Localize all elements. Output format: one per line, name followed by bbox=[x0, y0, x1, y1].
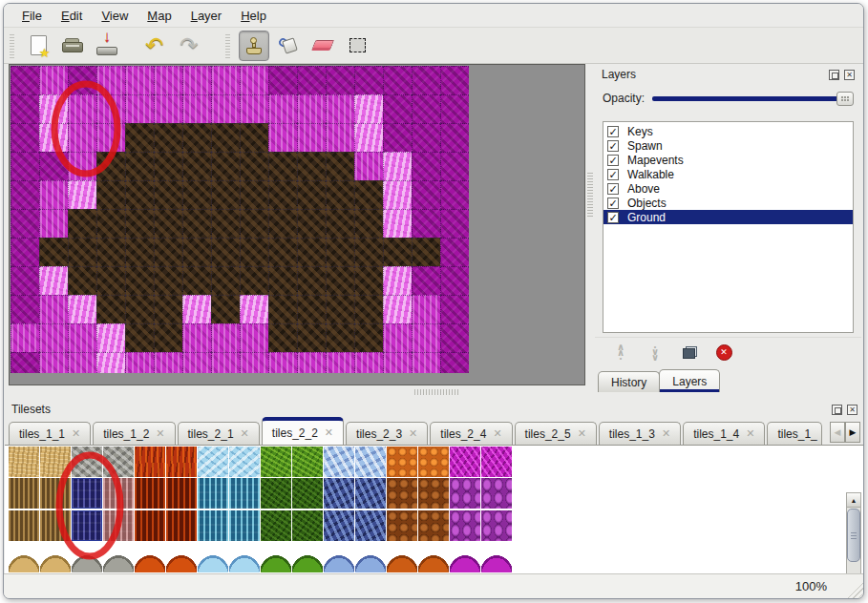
layer-row-objects[interactable]: ✓Objects bbox=[603, 196, 853, 210]
map-tile[interactable] bbox=[326, 152, 354, 180]
tileset-tile[interactable] bbox=[40, 542, 72, 573]
map-tile[interactable] bbox=[68, 66, 96, 94]
map-tile[interactable] bbox=[68, 323, 96, 352]
layer-row-spawn[interactable]: ✓Spawn bbox=[603, 138, 853, 153]
map-tile[interactable] bbox=[11, 323, 39, 352]
tileset-tab-tiles_2_2[interactable]: tiles_2_2✕ bbox=[262, 417, 344, 445]
map-tile[interactable] bbox=[268, 180, 297, 209]
map-tile[interactable] bbox=[182, 94, 211, 123]
map-tile[interactable] bbox=[297, 266, 326, 295]
tileset-tile[interactable] bbox=[229, 542, 261, 573]
map-tile[interactable] bbox=[182, 295, 211, 323]
tileset-tile[interactable] bbox=[481, 510, 513, 542]
map-tile[interactable] bbox=[68, 180, 96, 209]
tileset-tile[interactable] bbox=[481, 542, 513, 573]
map-tile[interactable] bbox=[68, 123, 96, 152]
tab-close-icon[interactable]: ✕ bbox=[662, 428, 670, 439]
map-tile[interactable] bbox=[125, 66, 154, 94]
map-tile[interactable] bbox=[154, 209, 182, 238]
map-tile[interactable] bbox=[96, 123, 125, 152]
map-tile[interactable] bbox=[11, 295, 39, 323]
map-tile[interactable] bbox=[211, 180, 240, 209]
map-tile[interactable] bbox=[182, 66, 211, 94]
map-tile[interactable] bbox=[39, 352, 68, 373]
tileset-tile[interactable] bbox=[103, 510, 135, 542]
tab-close-icon[interactable]: ✕ bbox=[325, 427, 333, 438]
map-tile[interactable] bbox=[39, 94, 68, 123]
tab-close-icon[interactable]: ✕ bbox=[578, 428, 586, 439]
map-tile[interactable] bbox=[39, 66, 68, 94]
map-tile[interactable] bbox=[383, 323, 412, 352]
map-tile[interactable] bbox=[39, 323, 68, 352]
opacity-slider-handle[interactable] bbox=[836, 92, 854, 106]
tileset-scrollbar[interactable]: ▲ ▼ bbox=[846, 492, 861, 573]
map-tile[interactable] bbox=[211, 238, 240, 266]
toolbar-grip[interactable] bbox=[10, 33, 14, 58]
map-tile[interactable] bbox=[39, 238, 68, 266]
tileset-tile[interactable] bbox=[135, 478, 166, 509]
map-tile[interactable] bbox=[182, 238, 211, 266]
tileset-tile[interactable] bbox=[40, 510, 72, 542]
layer-visibility-checkbox[interactable]: ✓ bbox=[607, 198, 619, 209]
tab-close-icon[interactable]: ✕ bbox=[746, 428, 754, 439]
map-tile[interactable] bbox=[125, 123, 154, 152]
opacity-slider[interactable] bbox=[652, 91, 854, 106]
map-tile[interactable] bbox=[96, 66, 125, 94]
map-tile[interactable] bbox=[297, 180, 326, 209]
map-tile[interactable] bbox=[182, 266, 211, 295]
tileset-tile[interactable] bbox=[135, 447, 166, 478]
tileset-tile[interactable] bbox=[292, 447, 324, 478]
map-tile[interactable] bbox=[354, 209, 383, 238]
map-tile[interactable] bbox=[440, 209, 469, 238]
layer-row-ground[interactable]: ✓Ground bbox=[603, 210, 853, 224]
tileset-tab-tiles_1[interactable]: tiles_1_ bbox=[767, 422, 822, 445]
map-tile[interactable] bbox=[383, 266, 412, 295]
map-tile[interactable] bbox=[240, 266, 268, 295]
map-tile[interactable] bbox=[68, 295, 96, 323]
tileset-tile[interactable] bbox=[418, 447, 450, 478]
map-tile[interactable] bbox=[68, 266, 96, 295]
map-tile[interactable] bbox=[182, 152, 211, 180]
map-tile[interactable] bbox=[96, 295, 125, 323]
map-tile[interactable] bbox=[297, 209, 326, 238]
close-panel-icon[interactable]: ✕ bbox=[847, 405, 857, 415]
tileset-tile[interactable] bbox=[261, 478, 292, 509]
map-tile[interactable] bbox=[96, 152, 125, 180]
map-tile[interactable] bbox=[412, 266, 440, 295]
map-tile[interactable] bbox=[326, 295, 354, 323]
tileset-tile[interactable] bbox=[450, 510, 481, 542]
map-tile[interactable] bbox=[240, 323, 268, 352]
map-tile[interactable] bbox=[182, 209, 211, 238]
layer-visibility-checkbox[interactable]: ✓ bbox=[607, 183, 619, 195]
map-tile[interactable] bbox=[268, 123, 297, 152]
lower-layer-button[interactable]: •∨∨ bbox=[645, 343, 666, 364]
close-panel-icon[interactable]: ✕ bbox=[844, 70, 855, 80]
fill-tool-button[interactable] bbox=[273, 31, 304, 61]
tileset-tile[interactable] bbox=[166, 542, 198, 573]
map-tile[interactable] bbox=[11, 209, 39, 238]
map-tile[interactable] bbox=[125, 238, 154, 266]
tileset-tile[interactable] bbox=[324, 478, 355, 509]
map-tile[interactable] bbox=[39, 180, 68, 209]
map-tile[interactable] bbox=[96, 352, 125, 373]
tileset-tile[interactable] bbox=[387, 542, 418, 573]
map-tile[interactable] bbox=[383, 238, 412, 266]
toolbar-grip-2[interactable] bbox=[225, 33, 230, 58]
tileset-tile[interactable] bbox=[387, 447, 418, 478]
tab-close-icon[interactable]: ✕ bbox=[156, 428, 164, 439]
map-tile[interactable] bbox=[383, 180, 412, 209]
map-tile[interactable] bbox=[354, 66, 383, 94]
tileset-tile[interactable] bbox=[355, 542, 387, 573]
map-tile[interactable] bbox=[125, 295, 154, 323]
map-tile[interactable] bbox=[412, 238, 440, 266]
layer-row-keys[interactable]: ✓Keys bbox=[603, 124, 853, 138]
scroll-tabs-left-button[interactable]: ◀ bbox=[830, 422, 845, 443]
menu-file[interactable]: File bbox=[13, 7, 51, 25]
map-tile[interactable] bbox=[125, 152, 154, 180]
tileset-tile[interactable] bbox=[355, 510, 387, 542]
map-canvas[interactable] bbox=[9, 64, 585, 385]
undo-button[interactable]: ↶ bbox=[139, 31, 170, 61]
map-tile[interactable] bbox=[11, 152, 39, 180]
map-tile[interactable] bbox=[154, 323, 182, 352]
map-tile[interactable] bbox=[240, 152, 268, 180]
